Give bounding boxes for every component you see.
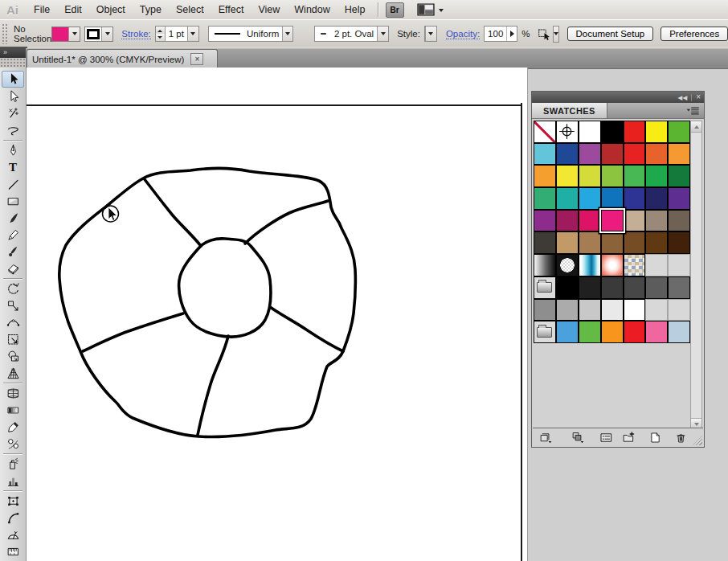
swatch-color[interactable] [645, 231, 668, 254]
scroll-up-button[interactable] [691, 121, 701, 133]
swatch-color[interactable] [534, 299, 556, 321]
delete-swatch-button[interactable] [673, 430, 689, 444]
canvas[interactable] [27, 68, 528, 561]
swatch-color[interactable] [668, 165, 690, 187]
swatch-color[interactable] [645, 165, 668, 187]
tool-selection[interactable] [2, 71, 24, 88]
swatch-color-selected[interactable] [601, 210, 624, 232]
panel-resize-grip[interactable] [693, 436, 702, 445]
swatch-color[interactable] [668, 121, 690, 143]
tool-artboard[interactable] [2, 493, 23, 509]
tool-line-segment[interactable] [2, 177, 23, 192]
isolation-mode-button[interactable] [537, 27, 552, 42]
fill-color-combo[interactable] [51, 27, 80, 42]
swatch-color[interactable] [645, 143, 668, 166]
tool-rotate[interactable] [2, 281, 23, 297]
swatch-color[interactable] [645, 121, 668, 143]
fill-color-swatch[interactable] [52, 27, 68, 41]
swatch-color[interactable] [624, 231, 646, 254]
brush-definition-combo[interactable]: 2 pt. Oval [314, 26, 389, 42]
swatch-color[interactable] [556, 276, 579, 299]
stroke-panel-link[interactable]: Stroke: [121, 29, 150, 39]
swatch-color[interactable] [601, 299, 624, 321]
tool-blend[interactable] [2, 436, 23, 452]
document-setup-button[interactable]: Document Setup [567, 27, 654, 41]
swatch-color[interactable] [601, 187, 624, 210]
panel-menu-button[interactable] [684, 105, 701, 117]
new-swatch-button[interactable] [648, 430, 663, 444]
stroke-dropdown-button[interactable] [101, 27, 112, 41]
bridge-button[interactable]: Br [386, 2, 404, 18]
swatch-color[interactable] [645, 187, 668, 210]
brush-dropdown[interactable] [377, 27, 388, 41]
tool-type[interactable]: T [2, 160, 23, 175]
swatch-color[interactable] [534, 165, 556, 187]
swatch-color[interactable] [579, 121, 601, 143]
swatch-color[interactable] [645, 321, 668, 343]
tool-perspective-grid[interactable] [2, 366, 23, 381]
opacity-combo[interactable]: 100 [484, 26, 517, 42]
swatch-color[interactable] [579, 321, 601, 343]
document-tab[interactable]: Untitled-1* @ 300% (CMYK/Preview) × [27, 49, 218, 68]
graphic-style-combo[interactable] [424, 26, 437, 42]
swatch-color[interactable] [579, 143, 601, 166]
menu-type[interactable]: Type [133, 2, 169, 18]
show-swatch-kinds-menu-button[interactable] [571, 430, 586, 444]
swatch-color[interactable] [601, 165, 624, 187]
swatch-color[interactable] [668, 231, 690, 254]
tool-lasso[interactable] [2, 123, 23, 138]
menu-file[interactable]: File [27, 2, 57, 18]
swatch-color[interactable] [534, 187, 556, 210]
swatch-color[interactable] [579, 210, 601, 232]
stroke-weight-dropdown[interactable] [187, 27, 198, 41]
swatch-color[interactable] [668, 187, 690, 210]
tool-arc[interactable] [2, 510, 23, 526]
tool-paintbrush[interactable] [2, 211, 23, 226]
close-panel-button[interactable]: × [696, 93, 701, 101]
stroke-weight-combo[interactable]: 1 pt [155, 26, 199, 42]
swatch-color[interactable] [579, 276, 601, 299]
tool-free-transform[interactable] [2, 332, 23, 347]
swatch-color[interactable] [624, 299, 646, 321]
profile-dropdown[interactable] [282, 27, 292, 41]
tool-dial[interactable] [2, 527, 23, 543]
menu-help[interactable]: Help [337, 2, 373, 18]
swatch-color[interactable] [579, 187, 601, 210]
swatch-libraries-menu-button[interactable] [538, 430, 554, 444]
opacity-panel-link[interactable]: Opacity: [446, 29, 480, 39]
swatch-color[interactable] [579, 231, 601, 254]
tool-blob-brush[interactable] [2, 244, 23, 260]
swatch-registration[interactable] [556, 121, 579, 143]
swatch-color[interactable] [601, 143, 624, 166]
swatch-group-folder[interactable] [534, 321, 556, 343]
menu-edit[interactable]: Edit [57, 2, 89, 18]
preferences-button[interactable]: Preferences [661, 27, 728, 41]
swatch-color[interactable] [601, 121, 624, 143]
fill-dropdown-button[interactable] [68, 27, 80, 41]
style-dropdown[interactable] [425, 27, 436, 41]
swatch-color[interactable] [556, 165, 579, 187]
swatch-color[interactable] [645, 276, 668, 299]
swatch-color[interactable] [624, 121, 646, 143]
swatch-color[interactable] [668, 210, 690, 232]
swatch-none[interactable] [534, 121, 556, 143]
stroke-weight-stepper[interactable] [156, 27, 166, 41]
swatch-color[interactable] [556, 143, 579, 166]
swatch-color[interactable] [601, 321, 624, 343]
collapse-to-icons-button[interactable]: ◀◀ [678, 94, 688, 101]
swatch-color[interactable] [668, 276, 690, 299]
stroke-color-swatch[interactable] [85, 27, 101, 41]
tool-symbol-sprayer[interactable] [2, 457, 23, 472]
tool-scale[interactable] [2, 298, 23, 313]
swatch-color[interactable] [556, 321, 579, 343]
stroke-weight-value[interactable]: 1 pt [166, 29, 187, 39]
swatch-color[interactable] [579, 165, 601, 187]
tool-eraser[interactable] [2, 261, 23, 276]
tool-column-graph[interactable] [2, 473, 23, 489]
tools-panel-collapse-button[interactable]: » [0, 47, 27, 58]
opacity-slider-button[interactable] [506, 27, 517, 41]
tab-swatches[interactable]: SWATCHES [532, 103, 607, 118]
swatch-color[interactable] [534, 143, 556, 166]
tool-magic-wand[interactable] [2, 106, 23, 121]
menu-window[interactable]: Window [287, 2, 337, 18]
